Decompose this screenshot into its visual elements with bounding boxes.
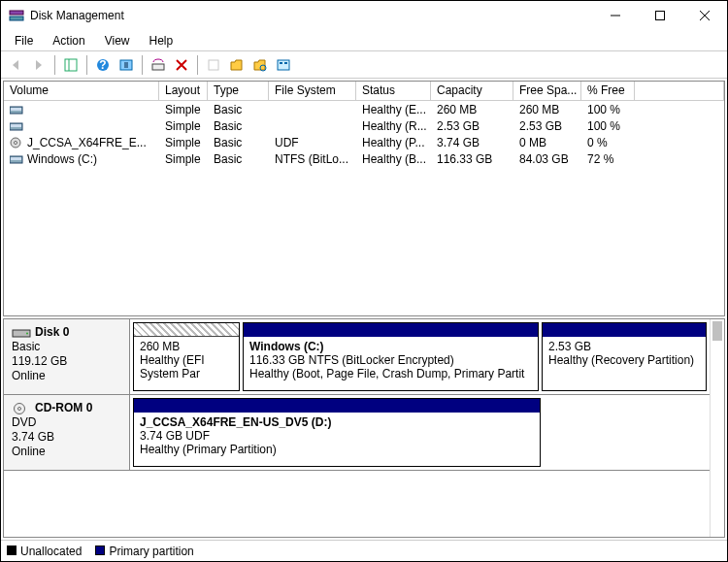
scrollbar-thumb[interactable] bbox=[712, 321, 722, 341]
volume-free: 260 MB bbox=[513, 103, 581, 116]
content: Volume Layout Type File System Status Ca… bbox=[1, 79, 727, 561]
volume-capacity: 116.33 GB bbox=[431, 152, 513, 166]
app-icon bbox=[9, 8, 24, 23]
svg-rect-12 bbox=[209, 60, 218, 70]
disk-name: Disk 0 bbox=[35, 325, 69, 340]
volume-row[interactable]: Windows (C:)SimpleBasicNTFS (BitLo...Hea… bbox=[4, 150, 724, 167]
menu-action[interactable]: Action bbox=[43, 32, 94, 50]
svg-rect-11 bbox=[152, 64, 164, 70]
menu-view[interactable]: View bbox=[95, 32, 140, 50]
separator bbox=[86, 55, 87, 75]
volume-type: Basic bbox=[208, 119, 269, 133]
col-freespace[interactable]: Free Spa... bbox=[513, 82, 581, 100]
legend-primary: Primary partition bbox=[95, 545, 193, 558]
disk-management-window: { "title": "Disk Management", "menus": [… bbox=[0, 0, 728, 562]
svg-point-22 bbox=[15, 141, 17, 144]
forward-button[interactable] bbox=[28, 54, 50, 76]
volume-row[interactable]: J_CCSA_X64FRE_E...SimpleBasicUDFHealthy … bbox=[4, 134, 724, 150]
disk-info[interactable]: CD-ROM 0DVD3.74 GBOnline bbox=[4, 395, 130, 470]
primary-swatch bbox=[95, 545, 105, 555]
maximize-button[interactable] bbox=[638, 1, 682, 30]
menu-file[interactable]: File bbox=[5, 32, 43, 50]
settings-button[interactable] bbox=[273, 54, 294, 76]
partition[interactable]: 260 MBHealthy (EFI System Par bbox=[133, 322, 240, 391]
titlebar: Disk Management bbox=[1, 1, 727, 30]
partition[interactable]: J_CCSA_X64FRE_EN-US_DV5 (D:)3.74 GB UDFH… bbox=[133, 398, 541, 467]
volume-pctfree: 0 % bbox=[581, 136, 635, 149]
partition-name: Windows (C:) bbox=[249, 340, 532, 353]
col-pctfree[interactable]: % Free bbox=[581, 82, 635, 100]
volume-list[interactable]: Volume Layout Type File System Status Ca… bbox=[3, 81, 725, 316]
partition-size: 2.53 GB bbox=[548, 340, 700, 353]
help-button[interactable]: ? bbox=[92, 54, 114, 76]
disk-name: CD-ROM 0 bbox=[35, 401, 92, 415]
rescan-disks-button[interactable] bbox=[148, 54, 169, 76]
back-button[interactable] bbox=[5, 54, 26, 76]
disk-type: DVD bbox=[12, 415, 121, 430]
col-layout[interactable]: Layout bbox=[159, 82, 208, 100]
col-status[interactable]: Status bbox=[356, 82, 431, 100]
volume-status: Healthy (E... bbox=[356, 103, 431, 116]
refresh-button[interactable] bbox=[116, 54, 137, 76]
svg-point-28 bbox=[18, 407, 21, 410]
disk-row: CD-ROM 0DVD3.74 GBOnlineJ_CCSA_X64FRE_EN… bbox=[4, 395, 710, 471]
volume-type: Basic bbox=[208, 136, 269, 149]
disk-graphical-view: Disk 0Basic119.12 GBOnline260 MBHealthy … bbox=[3, 318, 725, 538]
explore-button[interactable] bbox=[249, 54, 271, 76]
disk-type: Basic bbox=[12, 340, 121, 354]
menu-help[interactable]: Help bbox=[140, 32, 183, 50]
volume-capacity: 2.53 GB bbox=[431, 119, 513, 133]
volume-row[interactable]: SimpleBasicHealthy (E...260 MB260 MB100 … bbox=[4, 101, 724, 117]
disk-info[interactable]: Disk 0Basic119.12 GBOnline bbox=[4, 319, 130, 394]
volume-name: J_CCSA_X64FRE_E... bbox=[27, 136, 147, 149]
show-hide-console-tree-button[interactable] bbox=[60, 54, 82, 76]
partition[interactable]: 2.53 GBHealthy (Recovery Partition) bbox=[542, 322, 707, 391]
volume-fs: NTFS (BitLo... bbox=[269, 152, 356, 166]
disk-state: Online bbox=[12, 369, 121, 383]
volume-icon bbox=[10, 153, 23, 165]
svg-rect-18 bbox=[11, 108, 21, 111]
partition[interactable]: Windows (C:)116.33 GB NTFS (BitLocker En… bbox=[243, 322, 539, 391]
svg-text:?: ? bbox=[99, 58, 106, 72]
partition-color-bar bbox=[543, 323, 706, 337]
window-title: Disk Management bbox=[30, 9, 593, 22]
legend-unallocated-label: Unallocated bbox=[20, 545, 82, 558]
volume-free: 2.53 GB bbox=[513, 119, 581, 133]
svg-rect-1 bbox=[10, 17, 23, 20]
col-type[interactable]: Type bbox=[208, 82, 269, 100]
col-filesystem[interactable]: File System bbox=[269, 82, 356, 100]
minimize-button[interactable] bbox=[593, 1, 638, 30]
volume-row[interactable]: SimpleBasicHealthy (R...2.53 GB2.53 GB10… bbox=[4, 117, 724, 134]
legend-primary-label: Primary partition bbox=[109, 545, 193, 558]
separator bbox=[142, 55, 143, 75]
col-capacity[interactable]: Capacity bbox=[431, 82, 513, 100]
partition-color-bar bbox=[134, 399, 540, 413]
col-volume[interactable]: Volume bbox=[4, 82, 159, 100]
svg-point-26 bbox=[26, 332, 28, 334]
svg-rect-20 bbox=[11, 124, 21, 127]
partition-size: 116.33 GB NTFS (BitLocker Encrypted) bbox=[249, 353, 532, 367]
volume-capacity: 260 MB bbox=[431, 103, 513, 116]
vertical-scrollbar[interactable] bbox=[710, 319, 724, 537]
volume-free: 0 MB bbox=[513, 136, 581, 149]
disk-icon bbox=[12, 403, 31, 414]
partition-color-bar bbox=[244, 323, 538, 337]
legend-unallocated: Unallocated bbox=[7, 545, 82, 558]
volume-icon bbox=[10, 137, 23, 149]
partition-size: 3.74 GB UDF bbox=[140, 429, 534, 443]
open-button[interactable] bbox=[226, 54, 248, 76]
col-spacer bbox=[635, 82, 724, 100]
unallocated-swatch bbox=[7, 545, 17, 555]
disk-size: 119.12 GB bbox=[12, 354, 121, 369]
toolbar: ? bbox=[1, 51, 727, 79]
svg-rect-16 bbox=[284, 62, 287, 64]
svg-rect-24 bbox=[11, 157, 21, 160]
delete-button[interactable] bbox=[171, 54, 192, 76]
partition-color-bar bbox=[134, 323, 239, 337]
partition-status: Healthy (EFI System Par bbox=[140, 353, 233, 380]
properties-button[interactable] bbox=[203, 54, 224, 76]
volume-pctfree: 100 % bbox=[581, 103, 635, 116]
close-button[interactable] bbox=[682, 1, 727, 30]
separator bbox=[197, 55, 198, 75]
disk-icon bbox=[12, 327, 31, 339]
